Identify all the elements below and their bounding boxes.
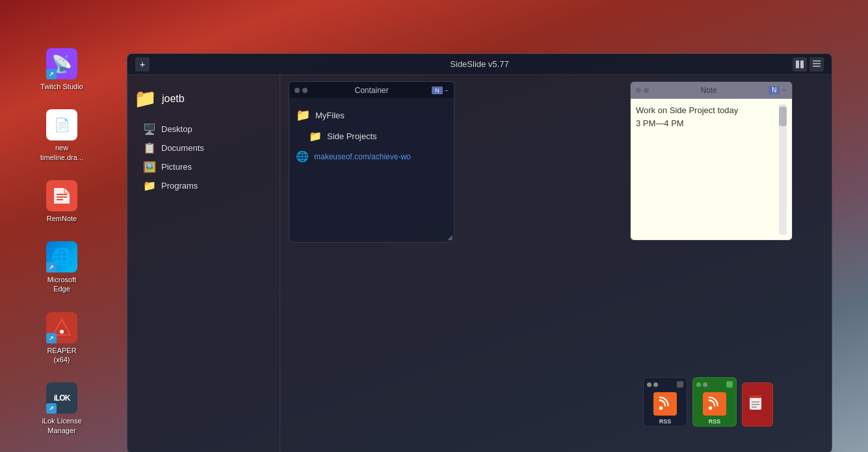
new-timeline-label: newtimeline.dra... (40, 143, 83, 162)
container-dots (295, 88, 308, 93)
green-tile-corner (726, 381, 733, 388)
file-icon: 📄 (46, 109, 77, 140)
pictures-folder-label: Pictures (161, 162, 192, 172)
container-content: 📁 MyFiles 📁 Side Projects 🌐 makeuseof.co… (289, 99, 454, 172)
reaper-label: REAPER (x64) (38, 346, 85, 365)
desktop-icons-area: 📡 ↗ Twitch Studio 📄 newtimeline.dra... (0, 0, 124, 452)
sideslide-panel: + SideSlide v5.77 (127, 53, 832, 452)
container-side-projects-folder[interactable]: 📁 Side Projects (293, 126, 450, 146)
note-scrollbar-thumb (779, 107, 787, 126)
rss-tile-green[interactable]: RSS (692, 377, 737, 427)
side-projects-folder-icon: 📁 (309, 130, 322, 142)
rss-tile-dark[interactable]: RSS (643, 377, 687, 427)
note-controls: N − (769, 85, 787, 95)
edge-link-icon: 🌐 (296, 150, 309, 163)
edge-shortcut-badge: ↗ (46, 262, 57, 273)
shortcut-badge: ↗ (46, 69, 57, 79)
svg-rect-8 (813, 60, 821, 62)
note-dots (636, 88, 649, 93)
dark-rss-label: RSS (659, 418, 672, 425)
svg-point-5 (60, 330, 64, 334)
titlebar-right (793, 57, 824, 72)
remnote-label: RemNote (47, 214, 77, 223)
svg-rect-7 (800, 60, 804, 68)
note-text-area[interactable]: Work on Side Project today 3 PM—4 PM (636, 104, 776, 235)
container-resize-handle[interactable]: ◢ (447, 233, 453, 241)
container-close-icon[interactable]: − (445, 86, 449, 94)
ilok-icon: iLOK ↗ (46, 382, 77, 414)
add-button[interactable]: + (135, 57, 150, 72)
folder-root[interactable]: 📁 joetb (134, 88, 273, 109)
pictures-folder-icon: 🖼️ (143, 161, 156, 173)
dark-dot-1 (647, 382, 651, 387)
desktop-folder-icon: 🖥️ (143, 123, 156, 135)
svg-rect-6 (796, 60, 799, 68)
ilok-label: iLok LicenseManager (42, 416, 81, 435)
file-tile-red[interactable] (742, 382, 773, 427)
note-scrollbar[interactable] (779, 104, 787, 235)
note-close-icon[interactable]: − (782, 85, 787, 95)
reaper-shortcut-badge: ↗ (46, 333, 57, 343)
svg-rect-10 (813, 66, 821, 67)
note-titlebar: Note N − (631, 82, 792, 99)
reaper-icon: ↗ (46, 312, 77, 343)
edge-icon: 🌐 ↗ (46, 241, 77, 273)
desktop: 📡 ↗ Twitch Studio 📄 newtimeline.dra... (0, 0, 868, 452)
desktop-icon-microsoft-edge[interactable]: 🌐 ↗ MicrosoftEdge (36, 239, 88, 297)
container-titlebar: Container N − (289, 82, 454, 99)
container-title: Container (354, 86, 388, 95)
folder-item-documents[interactable]: 📋 Documents (140, 139, 273, 157)
container-panel: Container N − 📁 MyFiles 📁 Side (289, 81, 454, 243)
container-n-label: N (432, 86, 443, 94)
green-tile-body: RSS (693, 391, 736, 426)
layout-button-2[interactable] (809, 57, 824, 72)
programs-folder-label: Programs (161, 181, 198, 191)
green-tile-dots (696, 382, 707, 387)
note-line-2: 3 PM—4 PM (636, 117, 776, 130)
desktop-icon-reaper[interactable]: ↗ REAPER (x64) (36, 310, 88, 367)
note-panel: Note N − Work on Side Project today 3 PM… (630, 81, 793, 241)
root-folder-icon: 📁 (134, 88, 157, 109)
layout-button-1[interactable] (793, 57, 807, 72)
twitch-studio-label: Twitch Studio (40, 82, 83, 91)
programs-folder-icon: 📁 (143, 179, 156, 192)
panel-content: 📁 joetb 🖥️ Desktop 📋 Documents 🖼️ Pictur… (127, 75, 832, 452)
myfiles-folder-label: MyFiles (315, 111, 345, 120)
link-label: makeuseof.com/achieve-wo (314, 152, 411, 161)
myfiles-folder-icon: 📁 (296, 108, 310, 122)
dark-dot-2 (653, 382, 658, 387)
folder-sidebar: 📁 joetb 🖥️ Desktop 📋 Documents 🖼️ Pictur… (127, 75, 280, 452)
dark-tile-header (644, 378, 687, 391)
folder-item-programs[interactable]: 📁 Programs (140, 176, 273, 195)
desktop-folder-label: Desktop (161, 124, 192, 134)
note-n-badge: N (769, 86, 780, 94)
green-dot-2 (703, 382, 707, 387)
green-rss-icon (703, 392, 726, 416)
green-rss-label: RSS (709, 418, 721, 425)
svg-point-11 (659, 406, 663, 410)
container-dot-2 (302, 88, 308, 93)
desktop-icon-ilok[interactable]: iLOK ↗ iLok LicenseManager (36, 380, 88, 438)
desktop-icon-twitch-studio[interactable]: 📡 ↗ Twitch Studio (36, 46, 88, 94)
green-tile-header (693, 378, 736, 391)
desktop-icon-remnote[interactable]: RemNote (36, 178, 88, 226)
documents-folder-icon: 📋 (143, 142, 156, 154)
titlebar-left: + (135, 57, 150, 72)
container-link-item[interactable]: 🌐 makeuseof.com/achieve-wo (293, 146, 450, 166)
container-myfiles-folder[interactable]: 📁 MyFiles (293, 104, 450, 126)
note-content: Work on Side Project today 3 PM—4 PM (631, 99, 792, 240)
ilok-shortcut-badge: ↗ (46, 403, 57, 414)
dark-tile-corner (677, 381, 683, 388)
sideslide-title: SideSlide v5.77 (450, 59, 508, 69)
dark-tile-body: RSS (644, 391, 687, 426)
documents-folder-label: Documents (161, 143, 204, 153)
svg-rect-14 (750, 395, 761, 398)
dark-rss-icon (653, 392, 677, 416)
note-title: Note (700, 86, 717, 95)
red-tile-body (743, 383, 772, 426)
note-dot-1 (636, 88, 641, 93)
folder-item-desktop[interactable]: 🖥️ Desktop (140, 120, 273, 139)
root-folder-name: joetb (162, 93, 185, 105)
desktop-icon-new-timeline[interactable]: 📄 newtimeline.dra... (36, 107, 88, 165)
folder-item-pictures[interactable]: 🖼️ Pictures (140, 157, 273, 176)
